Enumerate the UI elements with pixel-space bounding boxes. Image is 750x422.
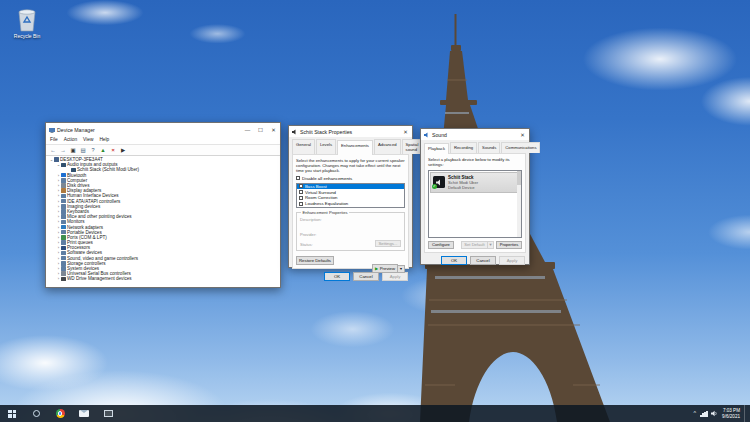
tab[interactable]: Recording [450, 142, 477, 153]
cancel-button[interactable]: Cancel [470, 256, 496, 265]
update-driver-icon[interactable]: ▲ [99, 146, 107, 154]
recycle-bin-shortcut[interactable]: Recycle Bin [6, 6, 48, 39]
start-button[interactable] [0, 405, 24, 422]
playback-device-item[interactable]: ✔ Schiit Stack Schiit Modi Uber Default … [430, 172, 520, 193]
hidden-icons-chevron[interactable]: ^ [694, 411, 697, 417]
enhancement-label: Virtual Surround [305, 190, 336, 195]
software-devices-icon [61, 251, 66, 256]
speaker-device-icon [71, 168, 76, 173]
windows-logo-icon [8, 410, 16, 418]
menu-item[interactable]: Help [99, 137, 109, 142]
properties-icon[interactable]: ▤ [79, 146, 87, 154]
close-button[interactable]: ✕ [267, 123, 280, 136]
set-default-dropdown-button[interactable]: ▼ [488, 241, 494, 250]
imaging-devices-icon [61, 204, 66, 209]
disable-all-enhancements-checkbox[interactable]: Disable all enhancements [296, 176, 405, 181]
device-name: Schiit Stack [448, 175, 478, 180]
taskbar-clock[interactable]: 7:03 PM 9/6/2021 [722, 408, 740, 419]
sound-tabs: PlaybackRecordingSoundsCommunications [421, 140, 529, 153]
enhancements-tab-page: Select the enhancements to apply for you… [292, 154, 409, 269]
chrome-taskbar-button[interactable] [48, 405, 72, 422]
properties-button[interactable]: Properties [496, 241, 522, 250]
close-button[interactable]: ✕ [516, 129, 529, 140]
tab[interactable]: Enhancements [337, 140, 373, 155]
back-icon[interactable]: ← [49, 146, 57, 154]
ok-button[interactable]: OK [441, 256, 467, 265]
window-taskbar-button[interactable] [96, 405, 120, 422]
tree-row[interactable]: › WD Drive Management devices [46, 276, 280, 281]
provider-label: Provider: [300, 232, 401, 237]
computer-icon [54, 157, 59, 162]
tab[interactable]: Sounds [478, 142, 500, 153]
sound-titlebar[interactable]: Sound ✕ [421, 129, 529, 140]
cortana-button[interactable] [24, 405, 48, 422]
storage-controllers-icon [61, 261, 66, 266]
tab[interactable]: Advanced [374, 139, 401, 154]
desktop: Recycle Bin Device Manager — ☐ ✕ FileAct… [0, 0, 750, 422]
schiit-stack-properties-window: Schiit Stack Properties ✕ GeneralLevelsE… [288, 125, 413, 268]
clock-date: 9/6/2021 [722, 414, 740, 419]
tab[interactable]: Levels [316, 139, 336, 154]
tab[interactable]: General [292, 139, 315, 154]
ports-icon [61, 235, 66, 240]
device-manager-icon [49, 127, 55, 133]
set-default-button[interactable]: Set Default [461, 241, 488, 250]
show-desktop-button[interactable] [744, 405, 747, 422]
menu-item[interactable]: Action [64, 137, 77, 142]
forward-icon[interactable]: → [59, 146, 67, 154]
cancel-button[interactable]: Cancel [353, 272, 379, 281]
enhancement-properties-group: Enhancement Properties Description: Prov… [296, 212, 405, 252]
network-icon[interactable] [700, 411, 707, 417]
ok-button[interactable]: OK [324, 272, 350, 281]
tree-row-label: WD Drive Management devices [67, 276, 132, 281]
scan-hardware-icon[interactable]: ▶ [119, 146, 127, 154]
group-title: Enhancement Properties [301, 210, 349, 215]
checkbox-icon[interactable] [299, 184, 303, 188]
preview-button[interactable]: ▶Preview [372, 264, 398, 273]
settings-button[interactable]: Settings... [375, 240, 401, 248]
maximize-button[interactable]: ☐ [254, 123, 267, 136]
tab[interactable]: Playback [424, 143, 449, 154]
checkbox-icon[interactable] [299, 196, 303, 200]
sound-title: Sound [432, 132, 447, 138]
volume-icon[interactable] [711, 410, 718, 417]
properties-tabs: GeneralLevelsEnhancementsAdvancedSpatial… [289, 137, 412, 154]
system-devices-icon [61, 266, 66, 271]
minimize-button[interactable]: — [241, 123, 254, 136]
apply-button[interactable]: Apply [499, 256, 525, 265]
enhancement-label: Bass Boost [305, 184, 327, 189]
properties-titlebar[interactable]: Schiit Stack Properties ✕ [289, 126, 412, 137]
enhancement-label: Loudness Equalization [305, 201, 348, 206]
scrollbar-thumb[interactable] [517, 171, 521, 185]
checkbox-icon[interactable] [299, 202, 303, 206]
mice-icon [61, 214, 66, 219]
scrollbar[interactable] [517, 171, 521, 237]
enhancement-label: Room Correction [305, 195, 337, 200]
checkbox-icon[interactable] [299, 190, 303, 194]
preview-dropdown-button[interactable]: ▼ [398, 265, 405, 274]
uninstall-device-icon[interactable]: × [109, 146, 117, 154]
sound-window: Sound ✕ PlaybackRecordingSoundsCommunica… [420, 128, 530, 265]
checkbox-icon[interactable] [296, 176, 300, 180]
sound-controllers-icon [61, 256, 66, 261]
status-label: Status: [300, 242, 313, 247]
configure-button[interactable]: Configure [428, 241, 454, 250]
mail-taskbar-button[interactable] [72, 405, 96, 422]
device-manager-titlebar[interactable]: Device Manager — ☐ ✕ [46, 123, 280, 136]
show-console-icon[interactable]: ▣ [69, 146, 77, 154]
close-button[interactable]: ✕ [399, 126, 412, 137]
taskbar: ^ 7:03 PM 9/6/2021 [0, 405, 750, 422]
menu-item[interactable]: File [50, 137, 58, 142]
speaker-title-icon [292, 129, 298, 135]
enhancement-item[interactable]: Loudness Equalization [297, 201, 404, 207]
portable-devices-icon [61, 230, 66, 235]
enhancements-list: Bass Boost Virtual Surround Room Correct… [296, 183, 405, 208]
preview-label: Preview [380, 266, 395, 271]
menu-item[interactable]: View [83, 137, 93, 142]
help-icon[interactable]: ? [89, 146, 97, 154]
processors-icon [61, 246, 66, 251]
tab[interactable]: Communications [501, 142, 540, 153]
sound-title-icon [424, 132, 430, 138]
chrome-icon [56, 409, 65, 418]
restore-defaults-button[interactable]: Restore Defaults [296, 256, 334, 265]
